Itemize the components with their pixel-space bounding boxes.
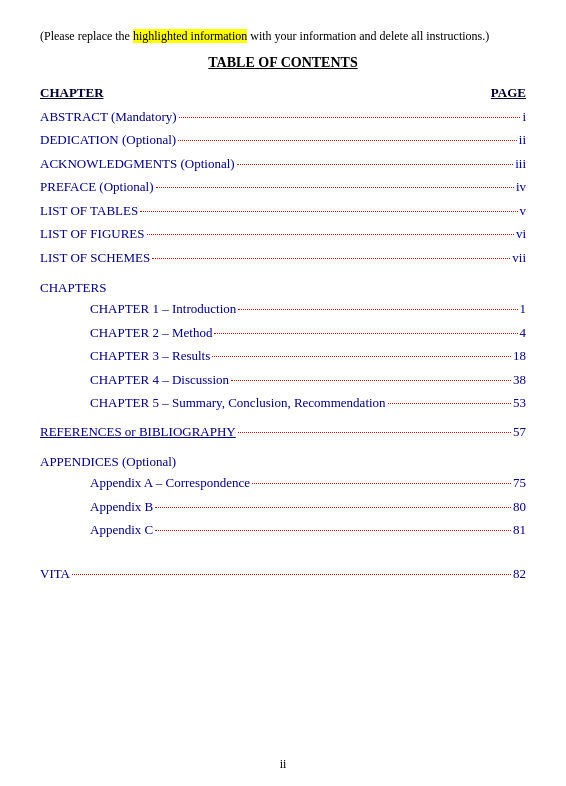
preface-label: PREFACE (Optional) [40, 177, 154, 197]
toc-row-ch3: CHAPTER 3 – Results 18 [40, 346, 526, 366]
ch1-page: 1 [520, 299, 527, 319]
list-figures-dots [147, 234, 514, 235]
toc-header: CHAPTER PAGE [40, 85, 526, 101]
toc-row-list-figures: LIST OF FIGURES vi [40, 224, 526, 244]
page: (Please replace the highlighted informat… [0, 0, 566, 786]
appB-label: Appendix B [90, 497, 153, 517]
abstract-label: ABSTRACT (Mandatory) [40, 107, 177, 127]
toc-row-dedication: DEDICATION (Optional) ii [40, 130, 526, 150]
ch4-dots [231, 380, 511, 381]
toc-row-appA: Appendix A – Correspondence 75 [40, 473, 526, 493]
toc-row-acknowledgments: ACKNOWLEDGMENTS (Optional) iii [40, 154, 526, 174]
appA-page: 75 [513, 473, 526, 493]
page-footer: ii [40, 757, 526, 772]
ch5-label: CHAPTER 5 – Summary, Conclusion, Recomme… [90, 393, 386, 413]
ch4-page: 38 [513, 370, 526, 390]
acknowledgments-label: ACKNOWLEDGMENTS (Optional) [40, 154, 235, 174]
vita-label: VITA [40, 564, 70, 584]
toc-row-list-tables: LIST OF TABLES v [40, 201, 526, 221]
toc-title: TABLE OF CONTENTS [40, 55, 526, 71]
appC-label: Appendix C [90, 520, 153, 540]
list-schemes-dots [152, 258, 510, 259]
ch3-page: 18 [513, 346, 526, 366]
appendices-header: APPENDICES (Optional) [40, 454, 526, 470]
preface-dots [156, 187, 514, 188]
references-label: REFERENCES or BIBLIOGRAPHY [40, 422, 236, 442]
chapter-header-label: CHAPTER [40, 85, 104, 101]
acknowledgments-dots [237, 164, 514, 165]
list-figures-page: vi [516, 224, 526, 244]
toc-row-preface: PREFACE (Optional) iv [40, 177, 526, 197]
ch2-dots [214, 333, 517, 334]
ch5-dots [388, 403, 511, 404]
references-page: 57 [513, 422, 526, 442]
list-tables-page: v [520, 201, 527, 221]
ch2-page: 4 [520, 323, 527, 343]
dedication-dots [178, 140, 517, 141]
abstract-dots [179, 117, 521, 118]
vita-dots [72, 574, 511, 575]
preface-page: iv [516, 177, 526, 197]
list-tables-dots [140, 211, 517, 212]
dedication-page: ii [519, 130, 526, 150]
toc-row-abstract: ABSTRACT (Mandatory) i [40, 107, 526, 127]
vita-page: 82 [513, 564, 526, 584]
appB-dots [155, 507, 511, 508]
appB-page: 80 [513, 497, 526, 517]
page-header-label: PAGE [491, 85, 526, 101]
list-figures-label: LIST OF FIGURES [40, 224, 145, 244]
appC-page: 81 [513, 520, 526, 540]
list-tables-label: LIST OF TABLES [40, 201, 138, 221]
chapters-header: CHAPTERS [40, 280, 526, 296]
acknowledgments-page: iii [515, 154, 526, 174]
toc-row-vita: VITA 82 [40, 564, 526, 584]
references-dots [238, 432, 511, 433]
ch2-label: CHAPTER 2 – Method [90, 323, 212, 343]
abstract-page: i [522, 107, 526, 127]
toc-row-references: REFERENCES or BIBLIOGRAPHY 57 [40, 422, 526, 442]
ch5-page: 53 [513, 393, 526, 413]
toc-row-ch1: CHAPTER 1 – Introduction 1 [40, 299, 526, 319]
list-schemes-label: LIST OF SCHEMES [40, 248, 150, 268]
ch4-label: CHAPTER 4 – Discussion [90, 370, 229, 390]
appC-dots [155, 530, 511, 531]
toc-row-ch2: CHAPTER 2 – Method 4 [40, 323, 526, 343]
appA-label: Appendix A – Correspondence [90, 473, 250, 493]
ch1-label: CHAPTER 1 – Introduction [90, 299, 236, 319]
list-schemes-page: vii [512, 248, 526, 268]
appA-dots [252, 483, 511, 484]
toc-row-appC: Appendix C 81 [40, 520, 526, 540]
ch3-label: CHAPTER 3 – Results [90, 346, 210, 366]
toc-row-list-schemes: LIST OF SCHEMES vii [40, 248, 526, 268]
ch3-dots [212, 356, 511, 357]
highlight-text: highlighted information [133, 29, 247, 43]
toc-row-ch5: CHAPTER 5 – Summary, Conclusion, Recomme… [40, 393, 526, 413]
instruction-text: (Please replace the highlighted informat… [40, 28, 526, 45]
toc-row-appB: Appendix B 80 [40, 497, 526, 517]
dedication-label: DEDICATION (Optional) [40, 130, 176, 150]
toc-row-ch4: CHAPTER 4 – Discussion 38 [40, 370, 526, 390]
ch1-dots [238, 309, 517, 310]
